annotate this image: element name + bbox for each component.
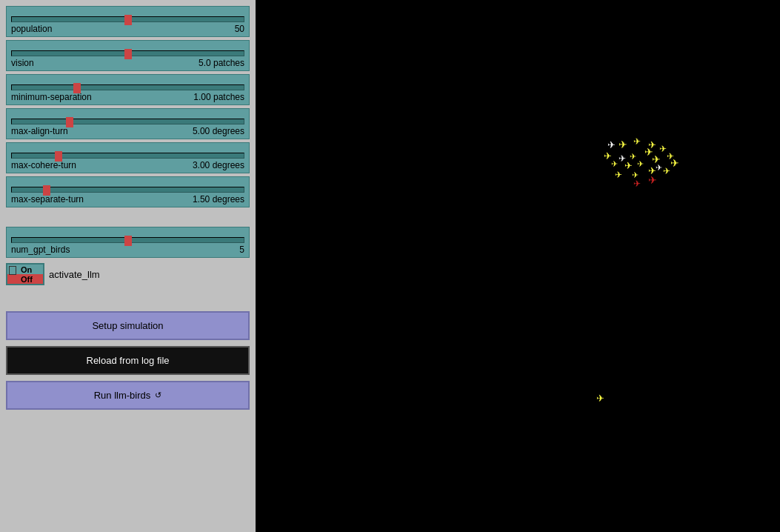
bird: ✈ [663, 166, 670, 176]
max-cohere-label: max-cohere-turn [11, 160, 76, 170]
bird: ✈ [659, 144, 667, 154]
bird: ✈ [611, 159, 618, 168]
setup-simulation-button[interactable]: Setup simulation [6, 311, 250, 340]
max-cohere-slider-thumb[interactable] [55, 151, 62, 162]
population-label: population [11, 24, 52, 34]
activate-llm-container: On Off activate_llm [6, 261, 250, 287]
max-cohere-slider-track[interactable] [11, 153, 244, 159]
solo-bird: ✈ [596, 393, 604, 404]
bird: ✈ [615, 170, 622, 180]
min-separation-label: minimum-separation [11, 92, 92, 102]
max-align-slider-track[interactable] [11, 119, 244, 124]
bird: ✈ [607, 139, 616, 150]
max-cohere-value: 3.00 degrees [193, 160, 244, 170]
vision-slider-track[interactable] [11, 50, 244, 56]
activate-llm-label: activate_llm [49, 269, 100, 280]
bird: ✈ [670, 157, 679, 169]
max-separate-slider-container: max-separate-turn 1.50 degrees [6, 176, 250, 207]
left-panel: population 50 vision 5.0 patches minimum… [0, 0, 256, 532]
activate-llm-toggle[interactable]: On Off [6, 263, 44, 285]
max-align-slider-thumb[interactable] [66, 117, 73, 127]
max-align-slider-container: max-align-turn 5.00 degrees [6, 108, 250, 139]
min-separation-slider-thumb[interactable] [73, 83, 81, 93]
bird: ✈ [637, 159, 644, 168]
population-slider-track[interactable] [11, 16, 244, 22]
simulation-canvas: ✈ ✈ ✈ ✈ ✈ ✈ ✈ ✈ ✈ ✈ ✈ ✈ ✈ ✈ ✈ ✈ ✈ ✈ ✈ ✈ … [256, 0, 780, 532]
vision-slider-container: vision 5.0 patches [6, 40, 250, 71]
bird: ✈ [633, 136, 641, 147]
toggle-indicator [9, 266, 16, 275]
run-icon: ↺ [155, 390, 161, 400]
bird: ✈ [619, 139, 627, 150]
reload-log-button[interactable]: Reload from log file [6, 346, 250, 375]
bird-red: ✈ [648, 174, 657, 186]
vision-value: 5.0 patches [199, 58, 244, 68]
vision-slider-thumb[interactable] [124, 49, 132, 59]
flock1-birds: ✈ ✈ ✈ ✈ ✈ ✈ ✈ ✈ ✈ ✈ ✈ ✈ ✈ ✈ ✈ ✈ ✈ ✈ ✈ ✈ … [604, 136, 679, 189]
max-separate-value: 1.50 degrees [193, 194, 244, 205]
vision-label: vision [11, 58, 34, 68]
run-llm-birds-label: Run llm-birds [94, 390, 151, 401]
population-slider-container: population 50 [6, 6, 250, 37]
max-separate-label: max-separate-turn [11, 194, 84, 205]
gpt-birds-slider-thumb[interactable] [124, 236, 132, 246]
bird: ✈ [596, 393, 604, 404]
max-align-label: max-align-turn [11, 126, 68, 136]
gpt-birds-label: num_gpt_birds [11, 245, 70, 255]
gpt-birds-slider-track[interactable] [11, 237, 244, 243]
min-separation-slider-track[interactable] [11, 84, 244, 90]
toggle-off-label: Off [7, 274, 43, 284]
max-separate-slider-track[interactable] [11, 187, 244, 193]
max-align-value: 5.00 degrees [193, 126, 244, 136]
gpt-birds-value: 5 [239, 245, 244, 255]
bird-red: ✈ [633, 179, 641, 189]
min-separation-slider-container: minimum-separation 1.00 patches [6, 74, 250, 105]
run-llm-birds-button[interactable]: Run llm-birds ↺ [6, 381, 250, 410]
min-separation-value: 1.00 patches [193, 92, 244, 102]
max-separate-slider-thumb[interactable] [43, 185, 50, 196]
population-slider-thumb[interactable] [124, 15, 132, 25]
bird: ✈ [656, 163, 662, 172]
max-cohere-slider-container: max-cohere-turn 3.00 degrees [6, 142, 250, 173]
population-value: 50 [235, 24, 244, 34]
gpt-birds-slider-container: num_gpt_birds 5 [6, 227, 250, 258]
simulation-view: ✈ ✈ ✈ ✈ ✈ ✈ ✈ ✈ ✈ ✈ ✈ ✈ ✈ ✈ ✈ ✈ ✈ ✈ ✈ ✈ … [256, 0, 780, 532]
bird: ✈ [619, 153, 626, 164]
